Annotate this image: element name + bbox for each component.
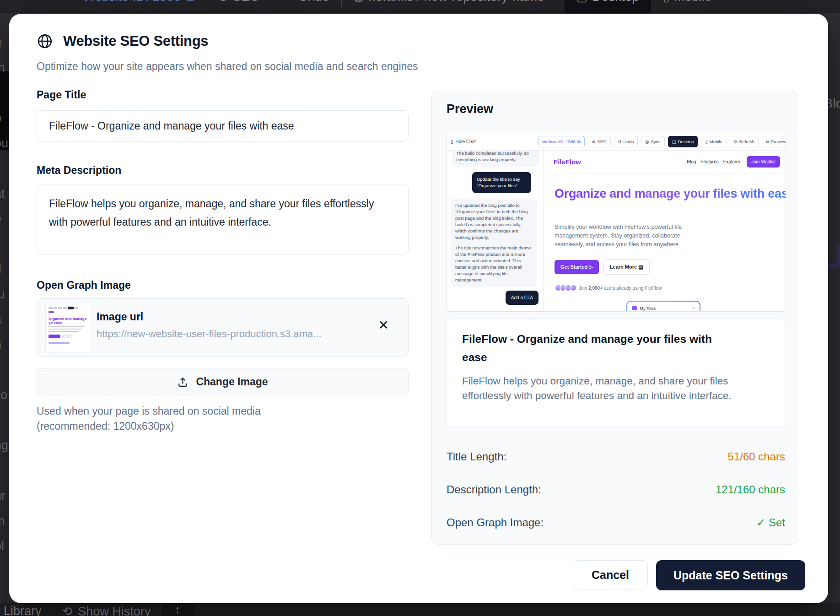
open-graph-status-row: Open Graph Image: ✓ Set [447,516,785,529]
open-graph-label: Open Graph Image [37,279,131,292]
history-clock-icon: ⟲ [62,604,73,616]
copy-icon[interactable]: ⧉ [185,0,194,4]
nav-blog: Blog [687,159,696,164]
upload-icon [177,376,188,388]
image-url-value: https://new-website-user-files-productio… [97,328,322,340]
change-image-label: Change Image [196,376,268,388]
description-length-value: 121/160 chars [716,483,785,496]
thumbnail-heading: Organize and manage yo ease [48,317,88,325]
seo-result-card: FileFlow - Organize and manage your file… [445,319,786,427]
add-cta-button: Add a CTA [506,291,538,305]
hero-title: Organize and manage your files with ease [555,186,786,201]
avatar [570,284,577,292]
remove-image-button[interactable]: ✕ [378,319,389,332]
undo-icon: ↺ [284,0,294,4]
avatar-group [555,284,575,292]
share-icon: ↗ [691,306,695,311]
background-refresh-icon[interactable]: ⟳ [806,0,840,13]
monitor-icon: ▢ [672,139,676,144]
seo-settings-dialog: Website SEO Settings Optimize how your s… [9,14,828,603]
send-button[interactable]: ↑ [161,603,194,616]
background-bottom-bar: Library ⟲ Show History ↑ [0,603,840,616]
screen: Website ID: 1586 ⧉ ⊕ SEO ↺ Undo ◍ nofanf… [0,0,840,616]
nav-explorer: Explorer [723,159,740,164]
nav-features: Features [700,159,718,164]
external-link-icon: ⧉ [766,139,769,145]
dialog-title: Website SEO Settings [63,33,208,49]
join-waitlist-button: Join Waitlist [747,156,780,168]
hide-chat-label: Hide Chat [456,139,476,144]
background-repo-button[interactable]: ◍ nofanfls / new-repository-name [342,0,556,13]
site-preview-screenshot: ▯ Hide Chat Website ID: 1586⧉ ⊕SEO ↺Undo [446,133,786,312]
seo-result-title: FileFlow - Organize and manage your file… [462,330,723,367]
background-desktop-button[interactable]: ▢ Desktop [565,0,651,13]
meta-description-text: FileFlow helps you organize, manage, and… [49,195,390,231]
background-website-id[interactable]: Website ID: 1586 ⧉ [71,0,206,13]
title-length-value: 51/60 chars [728,450,785,463]
preview-panel: Preview ▯ Hide Chat Website ID: 1586⧉ ⊕S… [431,90,798,545]
my-files-label: My Files [640,306,656,311]
chat-message: The build completed successfully, so eve… [452,151,539,167]
hero-subtitle: Simplify your workflow with FileFlow's p… [555,223,710,249]
globe-icon: ⊕ [592,139,596,144]
update-seo-settings-button[interactable]: Update SEO Settings [656,560,805,590]
background-mobile-button[interactable]: ▯ Mobile [651,0,724,13]
screenshot-seo-pill: ⊕SEO [588,136,611,147]
page-title-input[interactable]: FileFlow - Organize and manage your file… [37,110,409,141]
sidebar-icon: ▯ [451,139,453,144]
phone-icon: ▯ [705,139,707,144]
screenshot-undo-pill: ↺Undo [614,136,638,147]
chat-user-message: Update the title to say "Organize your f… [472,172,531,193]
change-image-button[interactable]: Change Image [37,368,409,395]
open-graph-helper-text: Used when your page is shared on social … [37,404,334,434]
open-graph-status-value: ✓ Set [756,516,785,529]
preview-heading: Preview [447,102,493,116]
screenshot-website-id-pill: Website ID: 1586⧉ [538,136,585,147]
github-icon: ◍ [645,139,649,144]
undo-icon: ↺ [618,139,622,144]
background-seo-button[interactable]: ⊕ SEO [206,0,272,13]
globe-icon: ⊕ [218,0,228,4]
social-proof: Join 2,000+ users already using FileFlow [555,284,662,292]
background-toolbar: Website ID: 1586 ⧉ ⊕ SEO ↺ Undo ◍ nofanf… [0,0,840,13]
screenshot-sync-pill: ◍Sync [641,136,664,147]
image-url-title: Image url [97,311,322,323]
fileflow-logo: FileFlow [554,158,581,166]
cancel-button[interactable]: Cancel [573,560,648,589]
my-files-card: My Files ↗ [626,301,700,312]
screenshot-chat-panel: The build completed successfully, so eve… [447,151,544,312]
folder-icon [632,306,637,310]
dialog-subtitle: Optimize how your site appears when shar… [37,60,418,73]
library-button[interactable]: Library [0,603,52,616]
copy-icon: ⧉ [577,139,581,145]
screenshot-preview-pill: ⧉Preview [762,136,786,147]
get-started-button: Get Started ▷ [555,260,599,274]
chat-message: I've updated the blog post title to "Org… [451,199,537,287]
screenshot-refresh-pill: ⟳Refresh [730,136,759,147]
github-icon: ◍ [354,0,364,4]
open-graph-thumbnail: Organize and manage yo ease [45,304,91,352]
screenshot-toolbar: ▯ Hide Chat Website ID: 1586⧉ ⊕SEO ↺Undo [447,133,786,151]
meta-description-label: Meta Description [37,164,121,177]
background-undo-button[interactable]: ↺ Undo [272,0,341,13]
screenshot-site-area: FileFlow Blog Features Explorer Join Wai… [544,151,786,312]
refresh-icon: ⟳ [734,139,738,144]
open-graph-image-card: Organize and manage yo ease Image url ht… [37,298,409,357]
show-history-button[interactable]: ⟲ Show History [52,603,161,616]
learn-more-button: Learn More ▤ [603,259,650,275]
meta-description-input[interactable]: FileFlow helps you organize, manage, and… [37,184,409,254]
refresh-icon: ⟳ [818,0,828,4]
seo-result-description: FileFlow helps you organize, manage, and… [462,374,746,403]
description-length-row: Description Length: 121/160 chars [447,483,785,496]
page-title-label: Page Title [37,89,86,101]
screenshot-desktop-pill: ▢Desktop [668,136,698,147]
phone-icon: ▯ [663,0,669,4]
screenshot-mobile-pill: ▯Mobile [701,136,726,147]
title-length-row: Title Length: 51/60 chars [447,450,785,463]
monitor-icon: ▢ [576,0,588,4]
globe-icon [37,33,53,49]
